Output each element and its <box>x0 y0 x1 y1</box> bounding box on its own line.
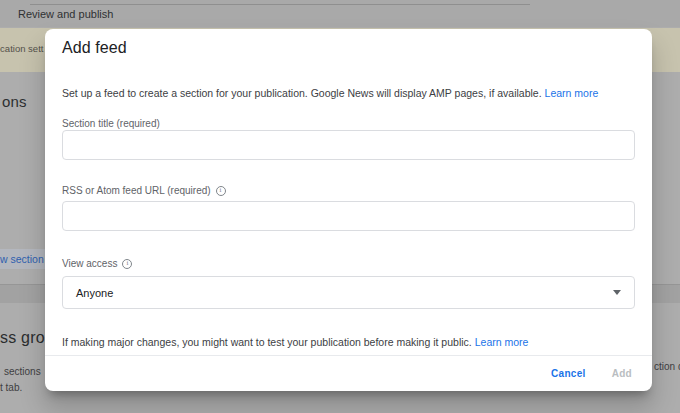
background-text-fragment: sections <box>4 366 41 377</box>
view-access-value: Anyone <box>76 287 113 299</box>
add-feed-dialog: Add feed Set up a feed to create a secti… <box>45 29 652 391</box>
background-text-fragment: ction d <box>654 361 680 372</box>
dialog-description: Set up a feed to create a section for yo… <box>62 87 598 99</box>
feed-url-label-text: RSS or Atom feed URL (required) <box>62 185 211 196</box>
cancel-button[interactable]: Cancel <box>551 368 586 379</box>
learn-more-link[interactable]: Learn more <box>475 336 529 348</box>
background-text-fragment: t tab. <box>0 382 22 393</box>
screen: Review and publish ication sett ons w se… <box>0 0 680 413</box>
dialog-description-text: Set up a feed to create a section for yo… <box>62 87 542 99</box>
dialog-title: Add feed <box>62 39 127 57</box>
view-access-label-text: View access <box>62 258 117 269</box>
tab-review-and-publish[interactable]: Review and publish <box>18 8 113 20</box>
dialog-footer: Cancel Add <box>45 355 652 391</box>
section-title-input[interactable] <box>62 130 635 160</box>
background-top-bar: Review and publish <box>0 0 680 27</box>
add-button[interactable]: Add <box>612 368 632 379</box>
view-access-label: View access i <box>62 258 132 269</box>
notice-text-fragment: ication sett <box>0 43 43 54</box>
learn-more-link[interactable]: Learn more <box>545 87 599 99</box>
section-title-label: Section title (required) <box>62 118 160 129</box>
new-section-button-fragment[interactable]: w section <box>0 249 47 269</box>
dropdown-caret-icon <box>613 290 621 295</box>
feed-url-input[interactable] <box>62 201 635 231</box>
new-section-label: w section <box>0 253 44 265</box>
info-icon[interactable]: i <box>122 259 132 269</box>
sections-heading-fragment: ons <box>2 93 27 110</box>
dialog-note-text: If making major changes, you might want … <box>62 336 472 348</box>
section-title-label-text: Section title (required) <box>62 118 160 129</box>
top-divider-line <box>30 4 530 5</box>
view-access-select[interactable]: Anyone <box>62 276 635 309</box>
feed-url-label: RSS or Atom feed URL (required) i <box>62 185 226 196</box>
dialog-note: If making major changes, you might want … <box>62 336 528 348</box>
info-icon[interactable]: i <box>216 186 226 196</box>
